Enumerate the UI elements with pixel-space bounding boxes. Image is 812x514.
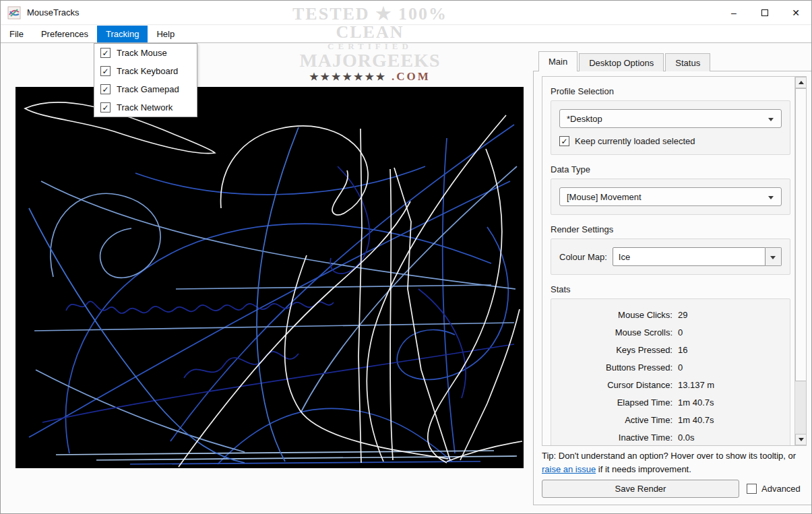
mouse-track-path	[394, 168, 450, 460]
mouse-track-path	[135, 166, 425, 195]
colour-map-input[interactable]: Ice	[613, 247, 766, 266]
minimize-icon: –	[731, 7, 737, 18]
stat-value: 0.0s	[678, 432, 782, 443]
mouse-track-render-canvas	[15, 87, 524, 468]
checkbox-track-mouse[interactable]: ✓	[100, 48, 111, 58]
stat-label: Keys Pressed:	[559, 345, 673, 355]
stat-row: Elapsed Time:1m 40.7s	[559, 393, 782, 411]
panel-tab-bar: Main Desktop Options Status	[538, 51, 712, 71]
mouse-track-path	[330, 166, 369, 274]
maximize-icon	[761, 9, 768, 16]
menu-help[interactable]: Help	[148, 26, 183, 42]
vertical-scrollbar[interactable]	[794, 77, 806, 445]
menu-item-track-network[interactable]: ✓ Track Network	[94, 98, 197, 117]
close-icon: ✕	[792, 7, 800, 18]
menu-item-track-keyboard[interactable]: ✓ Track Keyboard	[94, 62, 197, 80]
data-type-title: Data Type	[551, 164, 790, 174]
window-controls: – ✕	[718, 1, 811, 24]
menu-preferences[interactable]: Preferences	[32, 26, 97, 42]
mouse-track-path	[428, 149, 502, 463]
colour-map-value: Ice	[619, 252, 630, 262]
stat-row: Mouse Clicks:29	[559, 306, 782, 323]
menu-item-label: Track Mouse	[117, 48, 167, 58]
minimize-button[interactable]: –	[718, 1, 749, 24]
stat-row: Mouse Scrolls:0	[559, 323, 782, 341]
mouse-track-path	[66, 301, 334, 313]
checkbox-track-network[interactable]: ✓	[100, 102, 111, 113]
mouse-track-path	[358, 129, 362, 463]
stat-value: 1m 40.7s	[678, 397, 782, 408]
stat-value: 0	[678, 327, 782, 338]
window-title: MouseTracks	[27, 7, 80, 18]
stat-label: Mouse Scrolls:	[559, 327, 673, 338]
raise-an-issue-link[interactable]: raise an issue	[542, 464, 596, 474]
tab-main[interactable]: Main	[538, 51, 577, 71]
scrollbar-thumb[interactable]	[795, 88, 807, 381]
data-type-group: [Mouse] Movement	[551, 179, 790, 215]
check-icon: ✓	[102, 86, 108, 94]
scroll-down-button[interactable]	[795, 434, 807, 445]
stat-label: Mouse Clicks:	[559, 310, 673, 320]
check-icon: ✓	[102, 49, 108, 57]
settings-content: Profile Selection *Desktop ✓ Keep curren…	[542, 77, 796, 445]
stat-row: Active Time:1m 40.7s	[559, 411, 782, 428]
stat-value: 16	[678, 345, 782, 355]
render-settings-group: Colour Map: Ice	[551, 238, 790, 275]
profile-selection-title: Profile Selection	[551, 86, 790, 96]
keep-loaded-checkbox[interactable]: ✓	[559, 136, 569, 146]
save-render-button[interactable]: Save Render	[542, 480, 739, 498]
stat-label: Cursor Distance:	[559, 380, 673, 390]
triangle-down-icon	[799, 438, 804, 441]
tip-text: Tip: Don't understand an option? Hover o…	[542, 449, 807, 476]
chevron-down-icon	[768, 196, 774, 199]
mouse-track-path	[65, 224, 491, 453]
scroll-up-button[interactable]	[795, 77, 807, 88]
mouse-track-path	[34, 323, 514, 331]
profile-dropdown[interactable]: *Desktop	[559, 109, 782, 128]
close-button[interactable]: ✕	[780, 1, 811, 24]
mouse-track-path	[42, 344, 514, 422]
mouse-track-paths	[15, 87, 524, 468]
stats-title: Stats	[551, 284, 790, 294]
bottom-action-row: Save Render ✓ Advanced	[542, 480, 807, 498]
menu-tracking[interactable]: Tracking	[97, 26, 148, 42]
save-render-label: Save Render	[615, 484, 666, 494]
data-type-dropdown[interactable]: [Mouse] Movement	[559, 187, 782, 206]
tab-status[interactable]: Status	[665, 53, 710, 71]
mouse-track-path	[184, 352, 299, 378]
advanced-checkbox[interactable]: ✓	[747, 484, 757, 494]
profile-dropdown-value: *Desktop	[567, 114, 602, 124]
menu-item-label: Track Keyboard	[117, 66, 178, 76]
chevron-down-icon	[770, 256, 776, 259]
render-settings-title: Render Settings	[551, 224, 790, 234]
mouse-track-path	[96, 456, 517, 460]
tab-desktop-options[interactable]: Desktop Options	[579, 53, 664, 71]
checkbox-track-gamepad[interactable]: ✓	[100, 84, 111, 94]
data-type-dropdown-value: [Mouse] Movement	[567, 192, 642, 202]
menu-item-track-mouse[interactable]: ✓ Track Mouse	[94, 44, 197, 62]
chevron-down-icon	[768, 118, 774, 121]
stat-row: Keys Pressed:16	[559, 341, 782, 358]
check-icon: ✓	[102, 67, 108, 75]
check-icon: ✓	[561, 137, 567, 146]
menu-item-track-gamepad[interactable]: ✓ Track Gamepad	[94, 80, 197, 98]
stat-label: Elapsed Time:	[559, 397, 673, 408]
advanced-label: Advanced	[761, 484, 801, 494]
stat-value: 0	[678, 362, 782, 373]
stat-row: Buttons Pressed:0	[559, 358, 782, 376]
maximize-button[interactable]	[749, 1, 780, 24]
menu-item-label: Track Gamepad	[117, 84, 179, 94]
stat-value: 29	[678, 310, 782, 320]
keep-loaded-label: Keep currently loaded selected	[575, 136, 695, 146]
colour-map-dropdown-button[interactable]	[766, 247, 782, 266]
menu-item-label: Track Network	[117, 102, 173, 113]
check-icon: ✓	[102, 104, 108, 112]
checkbox-track-keyboard[interactable]: ✓	[100, 66, 111, 76]
mouse-track-path	[443, 138, 455, 453]
mouse-track-path	[218, 408, 452, 464]
mouse-track-path	[390, 169, 393, 460]
menu-bar: File Preferences Tracking Help	[1, 26, 811, 43]
stats-group: Mouse Clicks:29 Mouse Scrolls:0 Keys Pre…	[551, 298, 790, 446]
menu-file[interactable]: File	[1, 26, 32, 42]
app-icon	[7, 6, 21, 20]
